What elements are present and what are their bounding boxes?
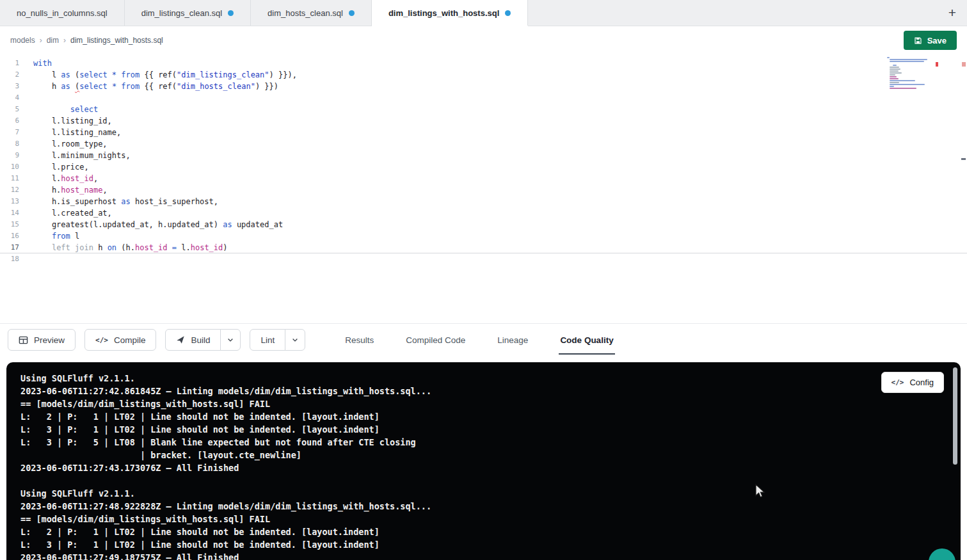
line-number: 17 [0,242,19,253]
line-number: 18 [0,253,19,265]
terminal-line: == [models/dim/dim_listings_with_hosts.s… [20,513,947,525]
code-token: "dim_listings_clean" [177,70,269,79]
code-token: greatest(l.updated_at, h.updated_at) [33,220,223,229]
minimap-line [890,61,924,62]
save-button-label: Save [927,36,947,45]
editor-tab-dim-listings-with-hosts-sql[interactable]: dim_listings_with_hosts.sql [372,0,528,26]
tab-code-quality[interactable]: Code Quality [559,326,614,355]
code-token: left join [52,243,93,252]
terminal-line: L: 3 | P: 5 | LT08 | Blank line expected… [20,436,947,449]
line-number: 2 [0,69,19,81]
code-text: from l [19,230,79,242]
code-line[interactable]: 10 l.price, [0,161,967,173]
editor-tab-dim-listings-clean-sql[interactable]: dim_listings_clean.sql [125,0,251,26]
code-line[interactable]: 7 l.listing_name, [0,127,967,138]
breadcrumb-separator-icon: › [63,36,66,45]
line-number: 10 [0,161,19,173]
code-token [108,70,112,79]
line-number: 1 [0,58,19,69]
compile-button-label: Compile [114,335,146,345]
code-token: as [223,220,232,229]
tab-label: no_nulls_in_columns.sql [17,8,108,18]
code-token: l.listing_id, [33,116,112,125]
compile-button[interactable]: </> Compile [84,329,156,351]
chevron-down-icon [291,336,299,344]
code-token: l [70,232,79,241]
save-button[interactable]: Save [904,31,957,50]
code-text: h.is_superhost as host_is_superhost, [19,196,218,207]
build-dropdown-button[interactable] [220,329,241,351]
build-button-label: Build [191,335,210,345]
code-token: ( [70,70,79,79]
code-line[interactable]: 11 l.host_id, [0,173,967,184]
code-token: updated_at [232,220,283,229]
lint-button[interactable]: Lint [250,329,285,351]
code-line[interactable]: 5 select [0,104,967,115]
unsaved-changes-dot-icon [505,10,511,16]
line-number: 15 [0,219,19,230]
code-line[interactable]: 4 [0,92,967,104]
code-token: as [61,70,70,79]
code-line[interactable]: 14 l.created_at, [0,207,967,219]
line-number: 12 [0,184,19,196]
code-token [108,82,112,91]
code-token: {{ ref( [140,82,177,91]
editor-tab-no-nulls-in-columns-sql[interactable]: no_nulls_in_columns.sql [0,0,125,26]
minimap-line [890,88,916,89]
code-token: from [121,70,140,79]
tab-lineage[interactable]: Lineage [496,326,529,355]
code-text: l.listing_name, [19,127,121,138]
code-token: {{ ref( [140,70,177,79]
code-line[interactable]: 8 l.room_type, [0,138,967,150]
editor-scrollbar[interactable] [961,54,967,323]
terminal-line: 2023-06-06T11:27:42.861845Z — Linting mo… [20,385,947,397]
code-token: l.listing_name, [33,128,121,137]
tab-label: dim_hosts_clean.sql [268,8,343,18]
code-line[interactable]: 15 greatest(l.updated_at, h.updated_at) … [0,219,967,230]
code-token: host_id [191,243,223,252]
code-token: as [61,82,70,91]
code-text: l.host_id, [19,173,98,184]
minimap[interactable] [887,57,936,92]
code-text: h as (select * from {{ ref("dim_hosts_cl… [19,81,278,92]
preview-grid-icon [19,335,28,345]
editor-tab-dim-hosts-clean-sql[interactable]: dim_hosts_clean.sql [251,0,372,26]
code-line[interactable]: 2 l as (select * from {{ ref("dim_listin… [0,69,967,81]
code-line[interactable]: 13 h.is_superhost as host_is_superhost, [0,196,967,207]
preview-button[interactable]: Preview [8,329,76,351]
code-text: l.listing_id, [19,115,112,127]
code-line[interactable]: 6 l.listing_id, [0,115,967,127]
code-line[interactable]: 1with [0,58,967,69]
minimap-line [890,84,925,85]
line-number: 5 [0,104,19,115]
config-button[interactable]: </> Config [881,372,944,393]
code-line[interactable]: 18 [0,253,967,265]
code-token: h.is_superhost [33,197,121,206]
code-line[interactable]: 12 h.host_name, [0,184,967,196]
unsaved-changes-dot-icon [349,10,355,16]
build-button[interactable]: Build [165,329,221,351]
editor-code-lines: 1with2 l as (select * from {{ ref("dim_l… [0,58,967,265]
tab-results[interactable]: Results [344,326,375,355]
terminal-line: 2023-06-06T11:27:48.922828Z — Linting mo… [20,500,947,513]
code-line[interactable]: 9 l.minimum_nights, [0,150,967,161]
code-line[interactable]: 17 left join h on (h.host_id = l.host_id… [0,242,967,253]
code-editor[interactable]: 1with2 l as (select * from {{ ref("dim_l… [0,54,967,323]
code-line[interactable]: 16 from l [0,230,967,242]
lint-dropdown-button[interactable] [285,329,305,351]
terminal-line: Using SQLFluff v2.1.1. [20,487,947,500]
code-text: greatest(l.updated_at, h.updated_at) as … [19,219,283,230]
terminal-scrollbar[interactable] [953,367,957,465]
code-token: host_id [61,174,93,183]
minimap-line [890,78,898,79]
terminal-line: | bracket. [layout.cte_newline] [20,449,947,461]
code-line[interactable]: 3 h as (select * from {{ ref("dim_hosts_… [0,81,967,92]
code-text: l.created_at, [19,207,112,219]
code-text: h.host_name, [19,184,108,196]
code-token: , [102,186,107,195]
tab-compiled-code[interactable]: Compiled Code [404,326,467,355]
new-tab-button[interactable]: + [938,0,967,26]
result-tabs: ResultsCompiled CodeLineageCode Quality [344,324,614,356]
code-text [19,253,33,265]
code-token: ) [223,243,227,252]
